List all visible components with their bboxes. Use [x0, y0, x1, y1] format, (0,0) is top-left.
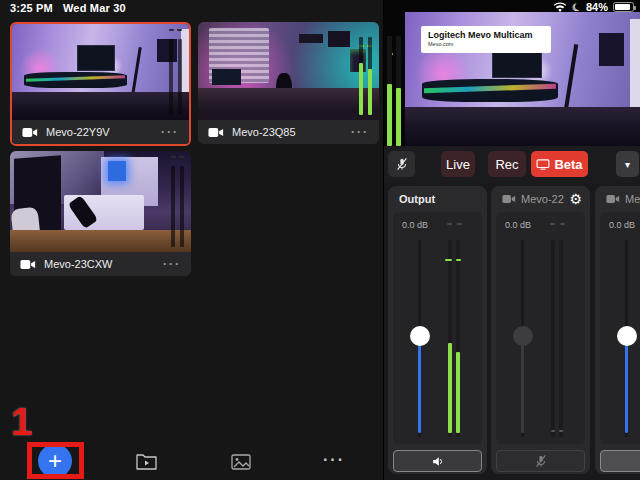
gain-value: 0.0 dB [609, 220, 635, 230]
fader-fill [521, 336, 524, 433]
mixer-channel-output: Output 0.0 dB [388, 186, 487, 474]
annotation-step-number: 1 [11, 403, 32, 441]
fader-knob[interactable] [513, 326, 533, 346]
more-options-icon[interactable]: ··· [351, 126, 369, 138]
meter-floor-right [559, 430, 563, 432]
mixer-channel-mevo-3: Mevo- 0.0 dB [595, 186, 640, 474]
output-speaker-button[interactable] [393, 450, 482, 472]
program-preview-zone: Logitech Mevo Multicam Mevo.com [384, 0, 640, 146]
peak-tick [447, 223, 452, 225]
channel-fader-area: 0.0 dB [393, 212, 482, 444]
program-audio-meters [387, 12, 402, 146]
peak-tick [560, 223, 565, 225]
gain-value: 0.0 dB [402, 220, 428, 230]
volume-fader[interactable] [625, 240, 628, 437]
camera-tile-bar: Mevo-23CXW ··· [10, 252, 191, 276]
beta-label: Beta [554, 157, 582, 172]
date: Wed Mar 30 [63, 2, 126, 14]
meter-peak-right [456, 259, 461, 261]
volume-fader[interactable] [418, 240, 421, 437]
camera-tile-mevo-23cxw[interactable]: Mevo-23CXW ··· [10, 151, 191, 276]
speaker-icon [431, 455, 445, 468]
level-meter-left [551, 240, 555, 437]
output-dropdown-button[interactable]: ▾ [616, 151, 639, 177]
camera-icon [606, 194, 620, 204]
transport-bar: Live Rec Beta ▾ [384, 146, 640, 183]
camera-tile-bar: Mevo-22Y9V ··· [12, 120, 189, 144]
master-mute-button[interactable] [388, 151, 415, 177]
camera-thumbnail [198, 22, 379, 120]
beta-button[interactable]: Beta [531, 151, 588, 177]
program-panel: Logitech Mevo Multicam Mevo.com Live Rec [383, 0, 640, 480]
level-meter-right [559, 240, 563, 437]
camera-thumbnail [12, 24, 189, 120]
gear-icon[interactable]: ⚙ [569, 192, 582, 206]
peak-tick [457, 223, 462, 225]
camera-video-frame [198, 22, 379, 120]
camera-thumbnail [10, 151, 191, 252]
camera-name: Mevo-23CXW [44, 258, 155, 270]
meter-peak-left [445, 259, 452, 261]
channel-name: Mevo- [625, 193, 640, 205]
channel-header: Mevo- [595, 186, 640, 212]
channel-header: Mevo-22Y9V ⚙ [491, 186, 590, 212]
meter-floor-left [551, 430, 555, 432]
folder-play-icon [136, 453, 157, 470]
wifi-icon [553, 2, 567, 13]
thumbnail-audio-meters [171, 156, 184, 247]
program-preview: Logitech Mevo Multicam Mevo.com [405, 12, 640, 146]
channel-fader-area: 0.0 dB [496, 212, 585, 444]
fader-knob[interactable] [410, 326, 430, 346]
volume-fader[interactable] [521, 240, 524, 437]
camera-tile-mevo-22y9v[interactable]: Mevo-22Y9V ··· [10, 22, 191, 146]
media-folder-button[interactable] [135, 452, 157, 470]
ios-status-bar: 3:25 PM Wed Mar 30 ☾ 84% [0, 0, 640, 15]
more-options-icon[interactable]: ··· [163, 258, 181, 270]
camera-tile-bar: Mevo-23Q85 ··· [198, 120, 379, 144]
live-button[interactable]: Live [441, 151, 475, 177]
camera-video-frame [10, 151, 191, 252]
annotation-highlight-box [27, 442, 84, 479]
camera-video-frame [12, 24, 189, 120]
mevo-multicam-app: Mevo-22Y9V ··· Mevo- [0, 0, 640, 480]
monitor-icon [536, 159, 550, 170]
channel-mute-button[interactable] [496, 450, 585, 472]
fader-knob[interactable] [617, 326, 637, 346]
camera-icon [20, 259, 36, 270]
battery-icon [613, 2, 634, 12]
channel-mute-button[interactable] [600, 450, 640, 472]
graphics-button[interactable] [230, 453, 251, 470]
peak-tick [550, 223, 555, 225]
level-meter-right [456, 240, 460, 437]
thumbnail-audio-meters [359, 27, 372, 115]
camera-icon [22, 127, 38, 138]
fader-fill [625, 336, 628, 433]
audio-mixer: Output 0.0 dB [384, 183, 640, 480]
gain-value: 0.0 dB [505, 220, 531, 230]
toolbar-more-button[interactable]: ··· [322, 452, 346, 468]
image-icon [231, 454, 251, 470]
more-options-icon[interactable]: ··· [161, 126, 179, 138]
camera-library-panel: Mevo-22Y9V ··· Mevo- [0, 0, 383, 480]
mic-muted-icon [395, 157, 409, 171]
channel-name: Output [399, 193, 479, 205]
mixer-channel-mevo-22y9v: Mevo-22Y9V ⚙ 0.0 dB [491, 186, 590, 474]
lower-third-graphic: Logitech Mevo Multicam Mevo.com [421, 26, 551, 53]
camera-name: Mevo-23Q85 [232, 126, 343, 138]
channel-fader-area: 0.0 dB [600, 212, 640, 444]
camera-name: Mevo-22Y9V [46, 126, 153, 138]
level-meter-left [448, 240, 452, 437]
fader-fill [418, 336, 421, 433]
do-not-disturb-icon: ☾ [570, 0, 582, 13]
mic-muted-icon [534, 454, 548, 468]
thumbnail-audio-meters [169, 29, 182, 115]
clock: 3:25 PM [10, 2, 53, 14]
lower-third-subtitle: Mevo.com [428, 41, 544, 49]
rec-button[interactable]: Rec [488, 151, 526, 177]
camera-tile-mevo-23q85[interactable]: Mevo-23Q85 ··· [198, 22, 379, 144]
battery-percent: 84% [586, 1, 608, 13]
channel-header: Output [388, 186, 487, 212]
channel-name: Mevo-22Y9V [521, 193, 564, 205]
camera-icon [502, 194, 516, 204]
camera-icon [208, 127, 224, 138]
